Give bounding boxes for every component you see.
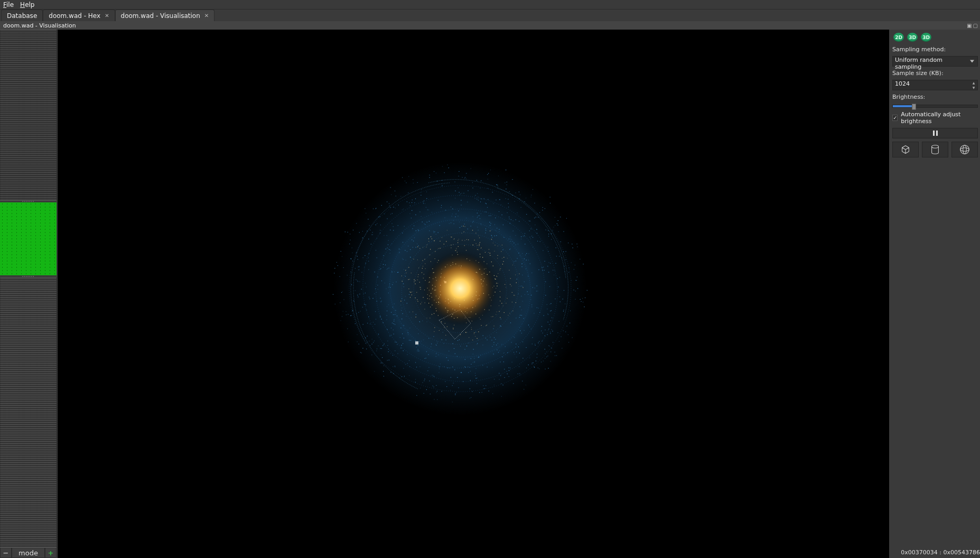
shape-cube-button[interactable] — [892, 142, 919, 157]
mode-button[interactable]: mode — [12, 547, 45, 558]
visualisation-viewport[interactable] — [58, 30, 889, 558]
brightness-slider-knob[interactable] — [912, 104, 916, 110]
svg-rect-703 — [452, 209, 453, 209]
svg-rect-613 — [389, 249, 389, 250]
chevron-down-icon[interactable]: ▼ — [970, 85, 977, 90]
svg-rect-792 — [435, 258, 435, 259]
svg-rect-430 — [562, 258, 562, 258]
pause-button[interactable] — [892, 128, 978, 138]
svg-rect-1083 — [375, 209, 376, 209]
svg-rect-1164 — [428, 238, 429, 239]
svg-rect-13 — [503, 353, 503, 354]
zoom-out-button[interactable]: − — [0, 547, 12, 558]
svg-rect-912 — [522, 286, 522, 287]
close-icon[interactable]: ✕ — [105, 13, 109, 18]
svg-rect-821 — [410, 340, 411, 341]
svg-rect-283 — [491, 235, 492, 236]
svg-rect-1057 — [394, 207, 394, 208]
detach-icon[interactable]: ▣ — [967, 23, 972, 29]
svg-rect-994 — [454, 369, 455, 370]
zoom-in-button[interactable]: + — [45, 547, 57, 558]
svg-rect-797 — [487, 174, 488, 175]
menu-file-rest: ile — [6, 1, 14, 8]
tab-visualisation[interactable]: doom.wad - Visualisation ✕ — [115, 10, 215, 21]
tab-database-label: Database — [7, 12, 37, 20]
svg-rect-1236 — [470, 388, 470, 389]
spin-buttons[interactable]: ▲▼ — [970, 80, 977, 90]
svg-rect-79 — [371, 244, 371, 245]
close-icon[interactable]: ✕ — [204, 13, 209, 18]
menu-help[interactable]: Help — [20, 1, 34, 8]
svg-rect-1257 — [393, 226, 394, 227]
menu-file[interactable]: File — [3, 1, 14, 8]
svg-rect-420 — [506, 303, 506, 303]
auto-brightness-row[interactable]: ✓ Automatically adjust brightness — [892, 111, 978, 125]
svg-rect-497 — [535, 345, 536, 346]
svg-rect-930 — [520, 306, 520, 307]
svg-rect-1307 — [439, 368, 440, 369]
tab-database[interactable]: Database — [1, 10, 43, 21]
svg-rect-878 — [403, 209, 404, 209]
tab-hex[interactable]: doom.wad - Hex ✕ — [43, 10, 115, 21]
badge-2d[interactable]: 2D — [893, 33, 904, 42]
svg-rect-1277 — [458, 240, 458, 240]
svg-rect-227 — [502, 357, 503, 357]
svg-rect-828 — [348, 314, 348, 314]
minimap-noise — [0, 277, 57, 547]
shape-sphere-button[interactable] — [951, 142, 978, 157]
svg-rect-368 — [412, 210, 412, 211]
svg-rect-1115 — [555, 217, 555, 218]
svg-rect-819 — [403, 259, 404, 259]
svg-rect-1179 — [403, 343, 403, 344]
svg-rect-511 — [505, 377, 505, 378]
svg-rect-270 — [377, 349, 377, 349]
svg-rect-617 — [426, 351, 427, 352]
svg-rect-1310 — [424, 379, 425, 379]
svg-rect-1400 — [444, 366, 444, 367]
svg-rect-932 — [482, 365, 483, 366]
svg-rect-711 — [421, 289, 421, 290]
shape-cylinder-button[interactable] — [922, 142, 948, 157]
svg-rect-1156 — [477, 213, 478, 213]
brightness-slider[interactable] — [892, 105, 978, 108]
svg-rect-1345 — [471, 168, 471, 169]
svg-rect-685 — [551, 239, 552, 240]
svg-rect-1035 — [482, 315, 483, 315]
svg-rect-709 — [507, 184, 507, 185]
svg-rect-243 — [403, 283, 404, 284]
maximize-icon[interactable]: ▢ — [973, 23, 978, 29]
svg-rect-651 — [489, 390, 489, 391]
svg-rect-785 — [421, 341, 422, 341]
svg-rect-1395 — [455, 191, 455, 191]
svg-rect-1247 — [428, 367, 429, 368]
svg-rect-163 — [438, 302, 439, 302]
svg-rect-1161 — [455, 310, 455, 310]
minimap-strip[interactable]: •••••• •••••• — [0, 30, 57, 547]
svg-rect-727 — [559, 256, 559, 256]
svg-rect-872 — [447, 310, 447, 311]
sampling-method-select[interactable]: Uniform random sampling — [892, 56, 978, 67]
sample-size-input[interactable]: 1024 ▲▼ — [892, 80, 978, 90]
sampling-method-label: Sampling method: — [892, 46, 978, 53]
svg-rect-1127 — [507, 374, 508, 374]
svg-rect-798 — [460, 227, 460, 228]
svg-rect-281 — [377, 257, 377, 258]
badge-3d[interactable]: 3D — [907, 33, 918, 42]
svg-rect-1116 — [542, 267, 542, 268]
svg-rect-476 — [469, 317, 469, 318]
svg-rect-1075 — [404, 338, 404, 338]
svg-rect-35 — [454, 318, 454, 319]
badge-3d-alt[interactable]: 3D — [921, 33, 931, 42]
svg-rect-147 — [451, 316, 452, 317]
svg-rect-1390 — [388, 240, 389, 241]
svg-rect-1231 — [473, 354, 473, 354]
svg-rect-284 — [457, 356, 458, 357]
svg-rect-83 — [389, 286, 390, 286]
svg-rect-175 — [580, 299, 581, 300]
svg-rect-1039 — [395, 367, 395, 367]
svg-rect-1142 — [461, 311, 462, 312]
svg-rect-246 — [562, 348, 562, 349]
svg-rect-749 — [512, 292, 512, 293]
auto-brightness-checkbox[interactable]: ✓ — [892, 115, 898, 121]
chevron-up-icon[interactable]: ▲ — [970, 80, 977, 85]
